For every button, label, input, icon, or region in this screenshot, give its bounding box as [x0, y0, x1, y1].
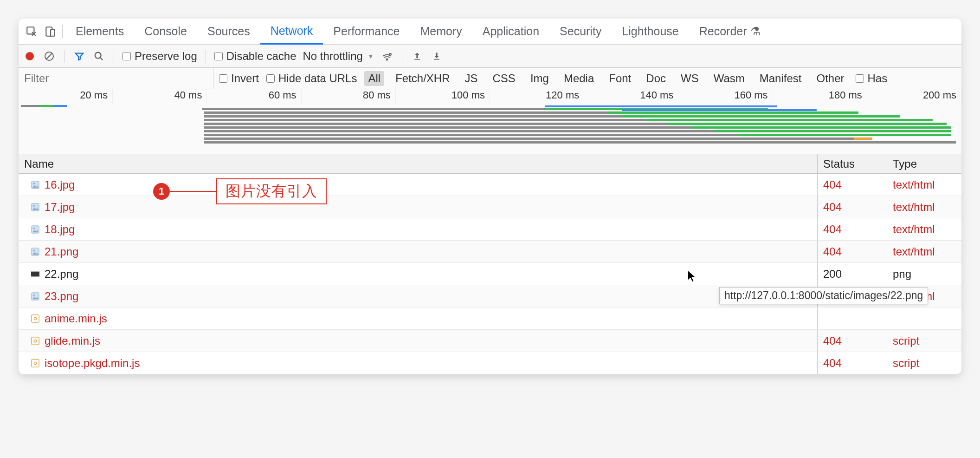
svg-rect-34	[204, 141, 956, 144]
request-row[interactable]: anime.min.js	[19, 308, 961, 330]
request-status: 404	[818, 352, 887, 374]
request-row[interactable]: 21.png404text/html	[19, 241, 961, 263]
type-filter-all[interactable]: All	[364, 71, 384, 86]
column-name[interactable]: Name	[19, 154, 818, 173]
svg-rect-2	[51, 29, 55, 36]
svg-rect-26	[204, 126, 691, 129]
network-conditions-icon[interactable]	[380, 50, 393, 63]
tab-lighthouse[interactable]: Lighthouse	[612, 19, 689, 45]
download-har-icon[interactable]	[430, 50, 443, 63]
tab-performance[interactable]: Performance	[323, 19, 410, 45]
svg-rect-28	[204, 130, 715, 132]
column-type[interactable]: Type	[887, 154, 961, 173]
request-name: 21.png	[45, 245, 78, 258]
svg-point-49	[34, 340, 36, 342]
network-toolbar: Preserve log Disable cache No throttling…	[19, 45, 961, 68]
panel-tab-bar: Elements Console Sources Network Perform…	[19, 19, 961, 45]
request-name: 16.jpg	[45, 178, 75, 191]
disable-cache-checkbox[interactable]: Disable cache	[214, 50, 297, 63]
upload-har-icon[interactable]	[411, 50, 424, 63]
svg-rect-24	[204, 123, 668, 125]
tab-security[interactable]: Security	[549, 19, 612, 45]
filter-icon[interactable]	[73, 50, 86, 63]
request-row[interactable]: glide.min.js404script	[19, 330, 961, 352]
preserve-log-checkbox[interactable]: Preserve log	[122, 50, 197, 63]
tab-sources[interactable]: Sources	[197, 19, 260, 45]
type-filter-js[interactable]: JS	[461, 71, 482, 86]
request-type	[887, 308, 961, 329]
tab-network[interactable]: Network	[260, 19, 323, 45]
tab-console[interactable]: Console	[134, 19, 197, 45]
request-type: text/html	[887, 218, 961, 240]
tab-recorder[interactable]: Recorder ⚗	[689, 19, 771, 45]
type-filter-font[interactable]: Font	[605, 71, 635, 86]
request-type: text/html	[887, 196, 961, 218]
svg-point-8	[389, 53, 391, 55]
request-status: 404	[818, 196, 887, 218]
request-name: glide.min.js	[45, 334, 100, 347]
annotation-line	[170, 191, 216, 192]
svg-point-5	[95, 52, 101, 58]
type-filter-img[interactable]: Img	[527, 71, 553, 86]
request-status: 200	[818, 263, 887, 285]
tab-memory[interactable]: Memory	[410, 19, 472, 45]
file-type-icon	[31, 180, 40, 190]
hide-data-urls-checkbox[interactable]: Hide data URLs	[266, 72, 357, 85]
request-name: anime.min.js	[45, 312, 107, 325]
type-filter-other[interactable]: Other	[812, 71, 848, 86]
divider	[402, 50, 402, 63]
svg-point-51	[34, 362, 36, 364]
request-status: 404	[818, 330, 887, 352]
type-filter-ws[interactable]: WS	[677, 71, 703, 86]
timeline-overview[interactable]: 20 ms40 ms60 ms80 ms100 ms120 ms140 ms16…	[19, 89, 961, 154]
file-type-icon	[31, 359, 40, 368]
request-type: script	[887, 330, 961, 352]
request-status: 404	[818, 218, 887, 240]
request-type: png	[887, 263, 961, 285]
svg-point-45	[33, 294, 35, 296]
inspect-element-icon[interactable]	[22, 22, 41, 41]
tab-elements[interactable]: Elements	[65, 19, 134, 45]
has-blocked-checkbox[interactable]: Has	[856, 72, 888, 85]
request-name: 17.jpg	[45, 201, 75, 214]
annotation-callout: 1 图片没有引入	[153, 178, 327, 204]
request-status: 404	[818, 174, 887, 196]
request-row[interactable]: 22.png200png	[19, 263, 961, 285]
type-filter-wasm[interactable]: Wasm	[710, 71, 748, 86]
tab-application[interactable]: Application	[472, 19, 549, 45]
url-tooltip: http://127.0.0.1:8000/static/images/22.p…	[719, 287, 928, 304]
file-type-icon	[31, 292, 40, 301]
svg-rect-31	[738, 134, 951, 136]
annotation-text: 图片没有引入	[216, 178, 327, 204]
record-button[interactable]	[23, 50, 36, 63]
filter-input[interactable]	[19, 68, 213, 89]
request-row[interactable]: 18.jpg404text/html	[19, 218, 961, 241]
waterfall-chart	[19, 104, 961, 154]
request-status	[818, 308, 887, 329]
file-type-icon	[31, 225, 40, 234]
request-type: text/html	[887, 174, 961, 196]
device-toolbar-icon[interactable]	[41, 22, 59, 41]
request-name: 23.png	[45, 290, 78, 303]
search-icon[interactable]	[92, 50, 105, 63]
request-name: isotope.pkgd.min.js	[45, 357, 140, 370]
svg-rect-27	[691, 126, 951, 129]
type-filter-css[interactable]: CSS	[489, 71, 519, 86]
clear-button[interactable]	[43, 50, 56, 63]
invert-checkbox[interactable]: Invert	[219, 72, 259, 85]
type-filter-media[interactable]: Media	[560, 71, 598, 86]
type-filter-doc[interactable]: Doc	[642, 71, 670, 86]
divider	[64, 50, 64, 63]
svg-rect-23	[645, 119, 933, 121]
request-row[interactable]: isotope.pkgd.min.js404script	[19, 352, 961, 374]
column-status[interactable]: Status	[818, 154, 887, 173]
svg-rect-10	[434, 59, 439, 59]
type-filter-manifest[interactable]: Manifest	[756, 71, 806, 86]
svg-rect-17	[204, 111, 608, 114]
svg-rect-46	[32, 314, 39, 322]
type-filter-fetch-xhr[interactable]: Fetch/XHR	[392, 71, 453, 86]
throttling-select[interactable]: No throttling▼	[303, 50, 374, 63]
flask-icon: ⚗	[750, 25, 761, 38]
svg-rect-48	[32, 337, 39, 344]
request-status: 404	[818, 241, 887, 262]
